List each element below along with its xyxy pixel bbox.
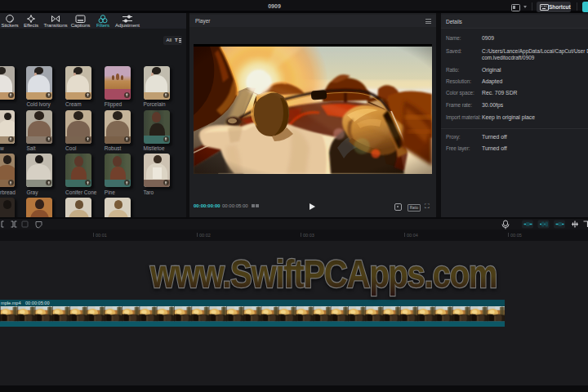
svg-text:Color space:: Color space: xyxy=(446,90,474,96)
svg-text:Turned off: Turned off xyxy=(482,145,507,151)
svg-text:Saved:: Saved: xyxy=(446,48,462,54)
svg-text:Rec. 709 SDR: Rec. 709 SDR xyxy=(482,90,518,96)
svg-text:Ratio:: Ratio: xyxy=(446,67,459,73)
svg-text:Captions: Captions xyxy=(71,22,91,28)
svg-text:0909: 0909 xyxy=(482,35,494,41)
svg-text:Adjustment: Adjustment xyxy=(115,22,140,28)
svg-text:Import material:: Import material: xyxy=(446,114,481,121)
svg-text:Frame rate:: Frame rate: xyxy=(446,102,472,108)
svg-text:C:/Users/Lance/AppData/Local/C: C:/Users/Lance/AppData/Local/CapCut/User… xyxy=(482,48,588,55)
svg-text:Name:: Name: xyxy=(446,35,461,41)
svg-text:com.lveditocdraft/0909: com.lveditocdraft/0909 xyxy=(482,55,535,60)
svg-text:Keep in original place: Keep in original place xyxy=(482,114,535,121)
svg-text:Resolution:: Resolution: xyxy=(446,78,471,84)
svg-text:00:04: 00:04 xyxy=(407,233,418,238)
svg-text:www.SwiftPCApps.com: www.SwiftPCApps.com xyxy=(149,252,497,296)
svg-text:Transitions: Transitions xyxy=(44,22,68,28)
svg-text:30.00fps: 30.00fps xyxy=(482,102,504,109)
svg-text:Original: Original xyxy=(482,67,501,74)
svg-text:Free layer:: Free layer: xyxy=(446,145,470,152)
svg-text:00:05: 00:05 xyxy=(510,233,522,238)
svg-text:Turned off: Turned off xyxy=(482,134,507,140)
svg-text:Stickers: Stickers xyxy=(1,22,18,28)
svg-text:Proxy:: Proxy: xyxy=(446,134,461,140)
svg-text:Effects: Effects xyxy=(24,22,38,28)
svg-text:00:01: 00:01 xyxy=(96,233,107,238)
svg-text:Filters: Filters xyxy=(96,22,109,28)
svg-text:00:03: 00:03 xyxy=(303,233,314,238)
svg-text:Adapted: Adapted xyxy=(482,78,503,85)
svg-text:00:02: 00:02 xyxy=(199,233,211,238)
